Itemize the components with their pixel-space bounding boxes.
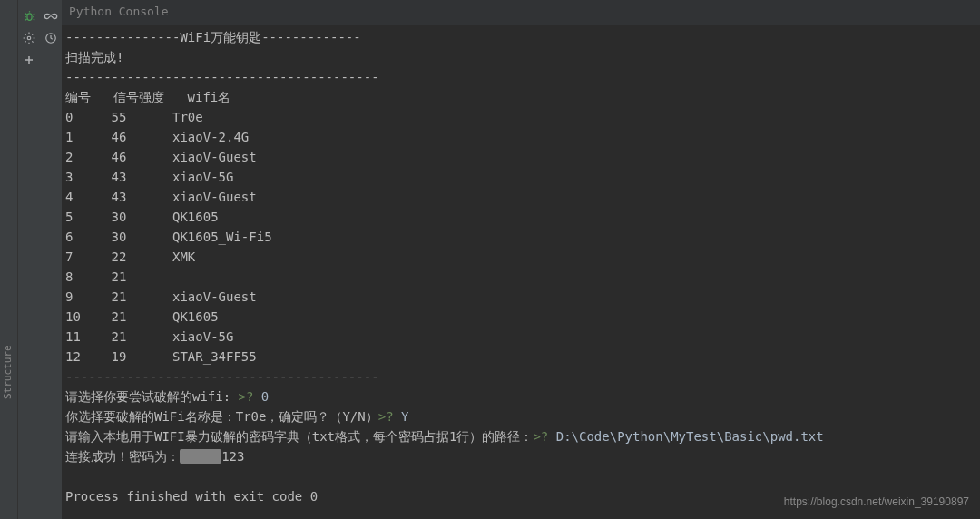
structure-label[interactable]: Structure (2, 345, 14, 399)
tool-column-2 (40, 0, 62, 519)
input-confirm: Y (394, 409, 409, 424)
output-banner: ---------------WiFi万能钥匙------------- (65, 27, 976, 47)
output-divider: ----------------------------------------… (65, 67, 976, 87)
wifi-row: 12 19 STAR_34FF55 (65, 347, 976, 367)
wifi-row: 2 46 xiaoV-Guest (65, 147, 976, 167)
wifi-row: 4 43 xiaoV-Guest (65, 187, 976, 207)
success-suffix: 123 (221, 449, 244, 464)
infinity-icon[interactable] (44, 9, 58, 24)
wifi-row: 9 21 xiaoV-Guest (65, 287, 976, 307)
wifi-row: 6 30 QK1605_Wi-Fi5 (65, 227, 976, 247)
wifi-row: 5 30 QK1605 (65, 207, 976, 227)
wifi-row: 0 55 Tr0e (65, 107, 976, 127)
prompt-select-text: 请选择你要尝试破解的wifi: (65, 389, 239, 404)
wifi-row: 1 46 xiaoV-2.4G (65, 127, 976, 147)
bug-icon[interactable] (22, 9, 36, 24)
output-divider2: ----------------------------------------… (65, 367, 976, 387)
wifi-row: 3 43 xiaoV-5G (65, 167, 976, 187)
prompt-dict-text: 请输入本地用于WIFI暴力破解的密码字典（txt格式，每个密码占据1行）的路径： (65, 429, 533, 444)
console-title[interactable]: Python Console (62, 0, 980, 25)
input-path: D:\Code\Python\MyTest\Basic\pwd.txt (548, 429, 823, 444)
plus-icon[interactable] (22, 53, 36, 67)
success-prefix: 连接成功！密码为： (65, 449, 180, 464)
console-area: Python Console ---------------WiFi万能钥匙--… (62, 0, 980, 519)
output-prompt-dict: 请输入本地用于WIFI暴力破解的密码字典（txt格式，每个密码占据1行）的路径：… (65, 426, 976, 446)
blank-line (65, 466, 976, 486)
output-scan-done: 扫描完成! (65, 47, 976, 67)
wifi-row: 10 21 QK1605 (65, 307, 976, 327)
prompt-confirm-text: 你选择要破解的WiFi名称是：Tr0e，确定吗？（Y/N） (65, 409, 378, 424)
structure-sidebar: Structure (0, 0, 18, 519)
watermark: https://blog.csdn.net/weixin_39190897 (784, 495, 969, 508)
svg-point-0 (27, 36, 31, 40)
console-output[interactable]: ---------------WiFi万能钥匙-------------扫描完成… (62, 25, 980, 508)
output-table-header: 编号 信号强度 wifi名 (65, 87, 976, 107)
wifi-row: 8 21 (65, 267, 976, 287)
prompt-marker: >? (378, 409, 394, 424)
prompt-marker: >? (239, 389, 254, 404)
output-success: 连接成功！密码为：xxxxx123 (65, 446, 976, 466)
output-prompt-select: 请选择你要尝试破解的wifi: >? 0 (65, 387, 976, 406)
input-select: 0 (253, 389, 269, 404)
redacted-password: xxxxx (180, 449, 221, 464)
output-prompt-confirm: 你选择要破解的WiFi名称是：Tr0e，确定吗？（Y/N）>? Y (65, 406, 976, 426)
tool-column-1 (18, 0, 40, 519)
wifi-row: 11 21 xiaoV-5G (65, 327, 976, 347)
prompt-marker: >? (533, 429, 548, 444)
gear-icon[interactable] (22, 31, 36, 45)
clock-icon[interactable] (44, 31, 58, 45)
wifi-row: 7 22 XMK (65, 247, 976, 267)
